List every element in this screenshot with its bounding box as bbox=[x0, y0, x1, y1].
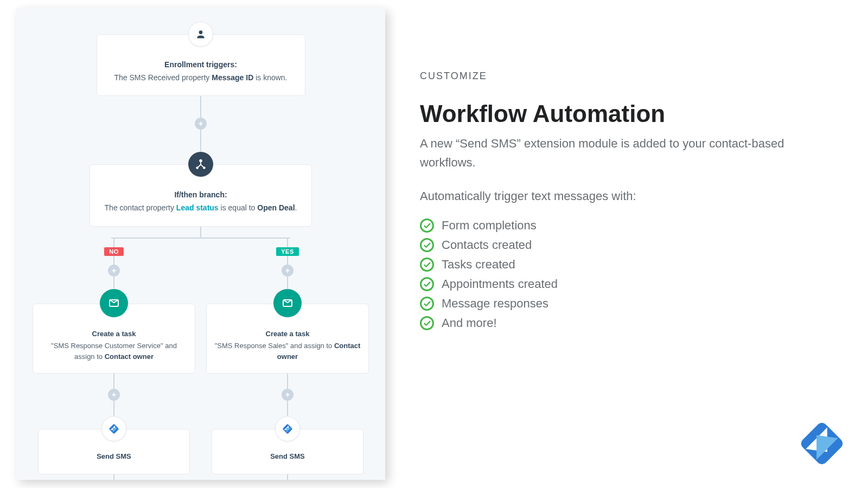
check-icon bbox=[420, 238, 434, 252]
list-item: Contacts created bbox=[420, 238, 846, 252]
person-icon bbox=[188, 22, 213, 47]
add-node-icon[interactable]: + bbox=[108, 265, 120, 277]
send-sms-yes-card[interactable]: Send SMS bbox=[212, 429, 363, 474]
add-node-icon[interactable]: + bbox=[195, 118, 207, 130]
task-yes-card[interactable]: Create a task "SMS Response Sales" and a… bbox=[206, 304, 369, 374]
brand-logo-icon bbox=[795, 416, 849, 471]
workflow-diagram: Enrollment triggers: The SMS Received pr… bbox=[16, 8, 385, 480]
branch-no-label: NO bbox=[104, 247, 124, 256]
lead-text: Automatically trigger text messages with… bbox=[420, 189, 846, 203]
task-icon bbox=[273, 289, 302, 317]
enrollment-title: Enrollment triggers: bbox=[109, 59, 293, 71]
branch-no-column: NO + Create a task "SMS Response Custome… bbox=[27, 237, 201, 480]
svg-point-0 bbox=[199, 30, 203, 34]
feature-list: Form completions Contacts created Tasks … bbox=[420, 219, 846, 330]
connector bbox=[200, 130, 201, 151]
branch-desc: The contact property Lead status is equa… bbox=[102, 202, 299, 214]
task-yes-desc: "SMS Response Sales" and assign to Conta… bbox=[214, 341, 361, 362]
task-no-card[interactable]: Create a task "SMS Response Customer Ser… bbox=[33, 304, 195, 374]
branch-icon bbox=[188, 152, 213, 177]
enrollment-desc: The SMS Received property Message ID is … bbox=[109, 72, 293, 84]
svg-point-1 bbox=[199, 159, 202, 163]
branch-yes-column: YES + Create a task "SMS Response Sales"… bbox=[201, 237, 374, 480]
send-sms-no-card[interactable]: Send SMS bbox=[38, 429, 190, 474]
add-node-icon[interactable]: + bbox=[108, 389, 120, 401]
branch-split: NO + Create a task "SMS Response Custome… bbox=[22, 237, 380, 480]
send-sms-no-title: Send SMS bbox=[46, 451, 182, 462]
list-item: Tasks created bbox=[420, 258, 846, 272]
task-yes-title: Create a task bbox=[214, 329, 361, 339]
connector bbox=[200, 96, 201, 118]
check-icon bbox=[420, 316, 434, 330]
branch-title: If/then branch: bbox=[102, 189, 299, 201]
check-icon bbox=[420, 297, 434, 311]
add-node-icon[interactable]: + bbox=[282, 265, 293, 277]
add-node-icon[interactable]: + bbox=[282, 389, 293, 401]
list-item: Message responses bbox=[420, 297, 846, 311]
check-icon bbox=[420, 258, 434, 272]
connector bbox=[200, 227, 201, 237]
task-icon bbox=[100, 289, 128, 317]
list-item: Form completions bbox=[420, 219, 846, 233]
task-no-desc: "SMS Response Customer Service" and assi… bbox=[41, 341, 187, 362]
eyebrow: CUSTOMIZE bbox=[420, 70, 846, 82]
sms-icon bbox=[275, 416, 300, 441]
send-sms-yes-title: Send SMS bbox=[220, 451, 355, 462]
subhead: A new “Send SMS” extension module is add… bbox=[420, 134, 843, 172]
check-icon bbox=[420, 219, 434, 233]
check-icon bbox=[420, 277, 434, 291]
page-title: Workflow Automation bbox=[420, 100, 846, 127]
task-no-title: Create a task bbox=[41, 329, 187, 339]
sms-icon bbox=[101, 416, 126, 441]
list-item: Appointments created bbox=[420, 277, 846, 291]
content-panel: CUSTOMIZE Workflow Automation A new “Sen… bbox=[385, 0, 868, 488]
list-item: And more! bbox=[420, 316, 846, 330]
enrollment-card[interactable]: Enrollment triggers: The SMS Received pr… bbox=[97, 34, 305, 96]
branch-card[interactable]: If/then branch: The contact property Lea… bbox=[90, 164, 312, 226]
branch-yes-label: YES bbox=[276, 247, 299, 256]
